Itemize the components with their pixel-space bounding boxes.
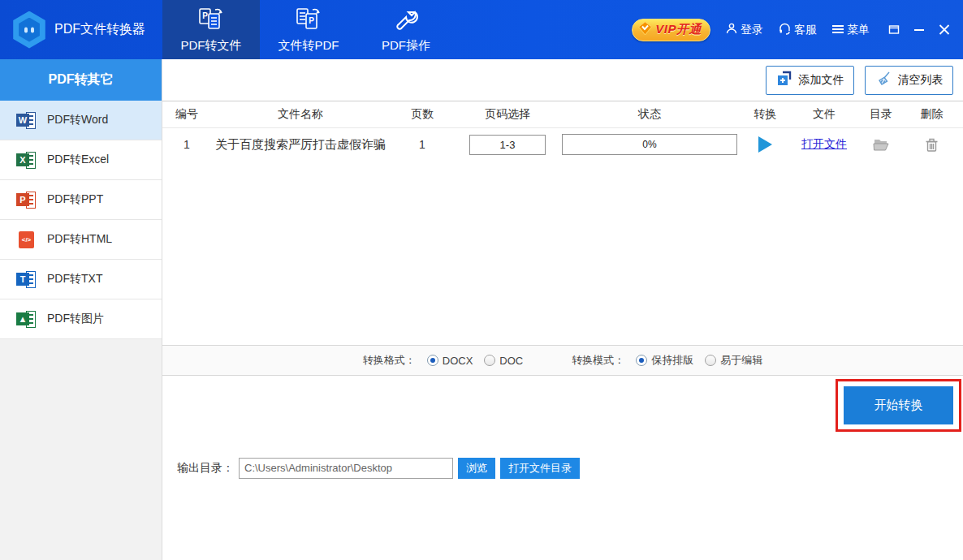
restore-window-button[interactable]: [888, 24, 900, 35]
convert-play-button[interactable]: [758, 136, 772, 153]
radio-easy-edit-control[interactable]: [705, 355, 716, 366]
open-file-link[interactable]: 打开文件: [801, 137, 847, 152]
broom-icon: [875, 71, 892, 89]
image-icon: ▲: [16, 311, 37, 328]
browse-button[interactable]: 浏览: [458, 458, 495, 479]
vip-diamond-icon: [637, 21, 653, 39]
radio-docx-control[interactable]: [427, 355, 438, 366]
add-files-label: 添加文件: [799, 73, 844, 88]
file-to-pdf-icon: P: [295, 6, 322, 34]
output-path-input[interactable]: [239, 458, 453, 479]
html-file-icon: </>: [16, 231, 37, 248]
powerpoint-icon: P: [16, 192, 37, 209]
radio-easy-edit-label: 易于编辑: [720, 353, 762, 368]
page-range-input[interactable]: [469, 135, 546, 155]
vip-upgrade-button[interactable]: VIP开通: [632, 19, 710, 41]
main-panel: 添加文件 清空列表 编号 文件名称 页数 页码选择 状态 转换 文件 目录 删除…: [162, 59, 963, 560]
sidebar-item-label: PDF转TXT: [47, 272, 102, 286]
radio-docx[interactable]: DOCX: [427, 355, 473, 367]
row-pages: 1: [390, 138, 455, 151]
radio-doc[interactable]: DOC: [484, 355, 523, 367]
sidebar-item-pdf-to-image[interactable]: ▲ PDF转图片: [0, 299, 162, 339]
login-label: 登录: [741, 23, 763, 37]
row-number: 1: [162, 138, 211, 151]
minimize-button[interactable]: [913, 24, 925, 35]
sidebar-item-pdf-to-excel[interactable]: X PDF转Excel: [0, 140, 162, 180]
clear-list-label: 清空列表: [898, 73, 944, 88]
open-output-dir-button[interactable]: 打开文件目录: [500, 458, 580, 479]
sidebar-item-pdf-to-word[interactable]: W PDF转Word: [0, 101, 162, 140]
sidebar-item-label: PDF转图片: [47, 312, 104, 326]
table-empty-area: [162, 161, 963, 345]
titlebar-actions: VIP开通 登录 客服: [632, 0, 963, 59]
sidebar-item-label: PDF转Excel: [47, 153, 109, 167]
col-header-directory: 目录: [857, 107, 905, 122]
col-header-filename: 文件名称: [211, 107, 390, 122]
col-header-status: 状态: [560, 107, 739, 122]
radio-keep-layout-control[interactable]: [636, 355, 647, 366]
sidebar-item-label: PDF转Word: [47, 113, 108, 127]
file-toolbar: 添加文件 清空列表: [162, 59, 963, 101]
wrench-icon: [392, 6, 420, 34]
col-header-delete: 删除: [905, 107, 958, 122]
menu-label: 菜单: [847, 23, 870, 37]
sidebar-item-pdf-to-html[interactable]: </> PDF转HTML: [0, 220, 162, 260]
col-header-page-selection: 页码选择: [455, 107, 560, 122]
output-section: 输出目录： 浏览 打开文件目录 开始转换: [162, 376, 963, 560]
table-row: 1 关于百度搜索严厉打击虚假诈骗 1 0% 打开文件: [162, 128, 963, 161]
excel-icon: X: [16, 152, 37, 169]
radio-easy-edit[interactable]: 易于编辑: [705, 353, 762, 368]
delete-trash-icon[interactable]: [925, 137, 939, 153]
radio-doc-label: DOC: [499, 355, 523, 367]
format-label: 转换格式：: [363, 353, 416, 368]
tab-pdf-to-file[interactable]: P PDF转文件: [162, 0, 260, 59]
close-button[interactable]: [939, 24, 950, 35]
table-header: 编号 文件名称 页数 页码选择 状态 转换 文件 目录 删除: [162, 101, 963, 128]
format-option-group: 转换格式： DOCX DOC: [363, 353, 523, 368]
main-tabs: P PDF转文件 P 文件转PDF: [162, 0, 455, 59]
add-files-button[interactable]: 添加文件: [766, 66, 854, 95]
pdf-to-file-icon: P: [197, 6, 225, 34]
txt-icon: T: [16, 271, 37, 288]
start-convert-button[interactable]: 开始转换: [844, 386, 953, 424]
word-icon: W: [16, 112, 37, 129]
hamburger-menu-icon: [832, 24, 844, 37]
tab-label: 文件转PDF: [279, 38, 339, 54]
progress-bar: 0%: [562, 134, 737, 155]
sidebar-item-pdf-to-ppt[interactable]: P PDF转PPT: [0, 180, 162, 220]
radio-doc-control[interactable]: [484, 355, 495, 366]
app-logo-area: PDF文件转换器: [0, 0, 162, 59]
svg-text:P: P: [202, 11, 208, 20]
mode-label: 转换模式：: [572, 353, 624, 368]
menu-button[interactable]: 菜单: [832, 23, 870, 37]
customer-service-button[interactable]: 客服: [779, 23, 817, 37]
login-button[interactable]: 登录: [726, 23, 763, 37]
col-header-file: 文件: [792, 107, 857, 122]
tab-file-to-pdf[interactable]: P 文件转PDF: [260, 0, 357, 59]
output-dir-label: 输出目录：: [177, 461, 234, 476]
tab-label: PDF转文件: [181, 38, 242, 54]
progress-percent: 0%: [563, 135, 736, 154]
radio-keep-layout[interactable]: 保持排版: [636, 353, 693, 368]
radio-docx-label: DOCX: [443, 355, 473, 367]
row-filename: 关于百度搜索严厉打击虚假诈骗: [211, 137, 390, 153]
vip-label: VIP开通: [655, 22, 702, 37]
add-file-icon: [776, 71, 792, 89]
headset-icon: [779, 23, 791, 37]
radio-keep-layout-label: 保持排版: [651, 353, 693, 368]
title-bar: PDF文件转换器 P PDF转文件 P: [0, 0, 963, 59]
sidebar-item-pdf-to-txt[interactable]: T PDF转TXT: [0, 260, 162, 299]
user-icon: [726, 23, 737, 37]
sidebar-item-label: PDF转PPT: [47, 192, 103, 207]
mode-option-group: 转换模式： 保持排版 易于编辑: [572, 353, 762, 368]
app-title: PDF文件转换器: [54, 21, 145, 38]
sidebar: PDF转其它 W PDF转Word X PDF转Excel P PDF转PPT …: [0, 59, 162, 560]
open-folder-icon[interactable]: [873, 138, 890, 152]
tab-pdf-operations[interactable]: PDF操作: [357, 0, 455, 59]
col-header-number: 编号: [162, 107, 211, 122]
sidebar-item-label: PDF转HTML: [47, 232, 112, 247]
clear-list-button[interactable]: 清空列表: [865, 66, 953, 95]
svg-text:P: P: [309, 16, 314, 25]
annotation-highlight-box: 开始转换: [836, 379, 961, 432]
col-header-pages: 页数: [390, 107, 455, 122]
